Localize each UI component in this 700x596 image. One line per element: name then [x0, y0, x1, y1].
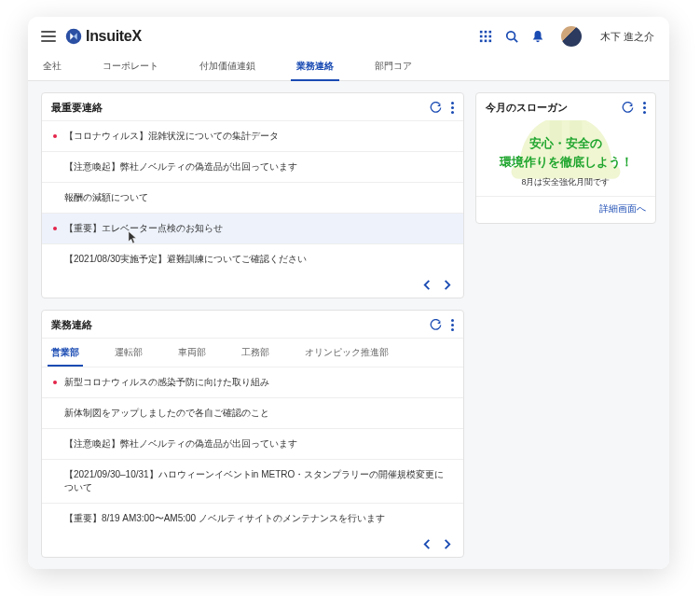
main-tab-2[interactable]: 付加価値連鎖 [199, 52, 255, 80]
sub-tab-0[interactable]: 営業部 [51, 339, 79, 367]
main-tab-3[interactable]: 業務連絡 [296, 52, 334, 80]
hamburger-menu-icon[interactable] [41, 31, 56, 42]
svg-rect-7 [480, 40, 483, 43]
slogan-body: 安心・安全の 環境作りを徹底しよう！ 8月は安全強化月間です [476, 120, 655, 196]
list-item-text: 【2021/08/30実施予定】避難訓練についてご確認ください [64, 253, 307, 266]
list-item-text: 【注意喚起】弊社ノベルティの偽造品が出回っています [64, 160, 297, 173]
svg-rect-2 [485, 31, 487, 34]
app-window: InsuiteX 木下 進之介 全社コーポレート付加価値連鎖業務連絡部門コア 最… [28, 17, 669, 569]
content-area: 最重要連絡 【コロナウィルス】混雑状況についての集計データ【注意喚起】弊社ノベル… [28, 81, 669, 569]
refresh-icon[interactable] [430, 102, 442, 114]
list-item-text: 新体制図をアップしましたので各自ご確認のこと [64, 407, 269, 420]
list-item-text: 【注意喚起】弊社ノベルティの偽造品が出回っています [64, 437, 297, 450]
slogan-detail-link[interactable]: 詳細画面へ [476, 196, 655, 223]
list-item[interactable]: 【2021/09/30–10/31】ハロウィーンイベントin METRO・スタン… [42, 459, 463, 503]
chevron-right-icon[interactable] [442, 280, 452, 290]
main-tab-4[interactable]: 部門コア [375, 52, 412, 80]
svg-point-10 [507, 32, 515, 40]
list-item-text: 新型コロナウィルスの感染予防に向けた取り組み [64, 376, 269, 389]
slogan-subtitle: 8月は安全強化月間です [484, 176, 648, 188]
refresh-icon[interactable] [622, 102, 634, 114]
list-item[interactable]: 【重要】8/19 AM3:00〜AM5:00 ノベルティサイトのメンテナンスを行… [42, 503, 463, 534]
list-item[interactable]: 【コロナウィルス】混雑状況についての集計データ [42, 120, 463, 151]
list-item[interactable]: 【注意喚起】弊社ノベルティの偽造品が出回っています [42, 428, 463, 459]
main-tab-1[interactable]: コーポレート [103, 52, 158, 80]
logo-icon [65, 28, 82, 45]
avatar[interactable] [561, 26, 582, 47]
topbar: InsuiteX 木下 進之介 [28, 17, 669, 52]
sub-tab-4[interactable]: オリンピック推進部 [305, 339, 389, 367]
list-item[interactable]: 【重要】エレベーター点検のお知らせ [42, 213, 463, 243]
card-title: 最重要連絡 [51, 101, 430, 115]
card-title: 今月のスローガン [486, 101, 622, 115]
refresh-icon[interactable] [430, 319, 442, 331]
list-item-text: 【重要】エレベーター点検のお知らせ [64, 222, 223, 235]
list-item-text: 報酬の減額について [64, 191, 148, 204]
list-item[interactable]: 【2021/08/30実施予定】避難訓練についてご確認ください [42, 243, 463, 274]
svg-rect-4 [480, 35, 483, 38]
sub-tab-1[interactable]: 運転部 [115, 339, 143, 367]
list-item-text: 【2021/09/30–10/31】ハロウィーンイベントin METRO・スタン… [64, 468, 452, 494]
svg-rect-8 [485, 40, 487, 43]
chevron-left-icon[interactable] [422, 280, 432, 290]
list-item[interactable]: 報酬の減額について [42, 182, 463, 213]
svg-rect-5 [485, 35, 487, 38]
unread-dot-icon [53, 381, 57, 384]
chevron-left-icon[interactable] [422, 539, 432, 549]
list-item-text: 【コロナウィルス】混雑状況についての集計データ [64, 130, 279, 143]
more-icon[interactable] [451, 319, 454, 331]
main-tab-0[interactable]: 全社 [43, 52, 62, 80]
svg-rect-9 [488, 40, 491, 43]
apps-grid-icon[interactable] [479, 30, 492, 43]
chevron-right-icon[interactable] [442, 539, 452, 549]
list-item[interactable]: 【注意喚起】弊社ノベルティの偽造品が出回っています [42, 151, 463, 182]
brand-name: InsuiteX [86, 28, 142, 45]
slogan-card: 今月のスローガン 安心・安全の 環境作りを徹底しよう！ 8月は安全強化月間です [475, 92, 656, 224]
important-notices-card: 最重要連絡 【コロナウィルス】混雑状況についての集計データ【注意喚起】弊社ノベル… [41, 92, 464, 298]
svg-rect-6 [488, 35, 491, 38]
search-icon[interactable] [505, 30, 518, 43]
svg-rect-1 [480, 31, 483, 34]
sub-tab-2[interactable]: 車両部 [178, 339, 206, 367]
svg-line-11 [515, 39, 518, 43]
list-item-text: 【重要】8/19 AM3:00〜AM5:00 ノベルティサイトのメンテナンスを行… [64, 512, 385, 525]
unread-dot-icon [53, 134, 57, 138]
gyomu-card: 業務連絡 営業部運転部車両部工務部オリンピック推進部 新型コロナウィルスの感染予… [41, 310, 464, 558]
sub-tab-3[interactable]: 工務部 [241, 339, 269, 367]
brand-logo[interactable]: InsuiteX [65, 28, 142, 45]
slogan-line1: 安心・安全の [484, 135, 648, 152]
topbar-actions: 木下 進之介 [479, 26, 654, 47]
list-item[interactable]: 新体制図をアップしましたので各自ご確認のこと [42, 397, 463, 428]
main-tabs: 全社コーポレート付加価値連鎖業務連絡部門コア [28, 52, 669, 81]
cursor-icon [128, 230, 138, 244]
user-name: 木下 進之介 [600, 30, 654, 44]
svg-rect-3 [488, 31, 491, 34]
more-icon[interactable] [643, 102, 646, 114]
more-icon[interactable] [451, 102, 454, 114]
bell-icon[interactable] [531, 30, 544, 43]
unread-dot-icon [53, 227, 57, 230]
list-item[interactable]: 新型コロナウィルスの感染予防に向けた取り組み [42, 367, 463, 397]
slogan-line2: 環境作りを徹底しよう！ [484, 154, 648, 171]
card-title: 業務連絡 [51, 318, 430, 332]
